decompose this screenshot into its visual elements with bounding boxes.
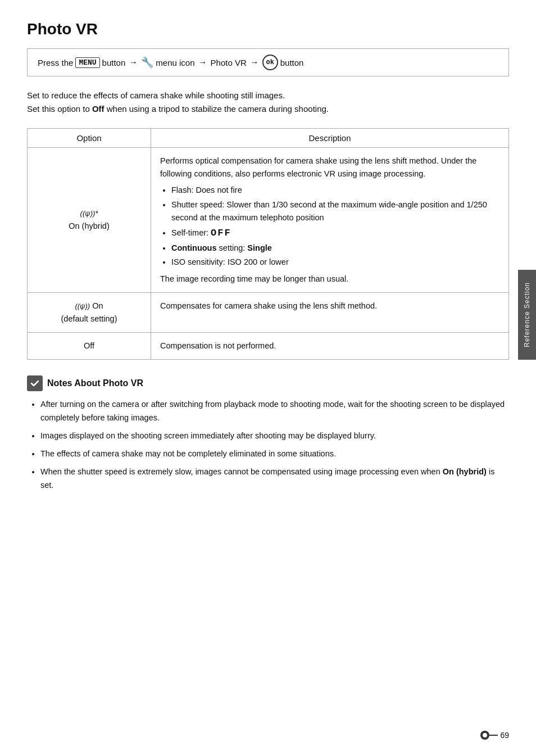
- nav-instruction: Press the MENU button → 🔧 menu icon → Ph…: [27, 48, 509, 76]
- note-item-3: The effects of camera shake may not be c…: [40, 447, 509, 461]
- vr-on-icon: ((ψ)): [75, 302, 90, 310]
- page-number-value: 69: [500, 731, 509, 740]
- description-on-default: Compensates for camera shake using the l…: [151, 292, 509, 332]
- page-number: 69: [480, 730, 509, 740]
- note-item-1: After turning on the camera or after swi…: [40, 398, 509, 425]
- option-on-hybrid: ((ψ))* On (hybrid): [28, 148, 151, 293]
- bullet-flash: Flash: Does not fire: [171, 184, 499, 197]
- notes-list: After turning on the camera or after swi…: [27, 398, 509, 492]
- notes-title: Notes About Photo VR: [47, 378, 143, 388]
- ok-icon: ok: [262, 55, 278, 70]
- options-table: Option Description ((ψ))* On (hybrid) Pe…: [27, 128, 509, 360]
- nav-text4: button: [280, 58, 304, 67]
- nav-text3: Photo VR: [211, 58, 247, 67]
- note-item-4: When the shutter speed is extremely slow…: [40, 465, 509, 492]
- intro-line2-pre: Set this option to: [27, 104, 92, 114]
- nav-arrow3: →: [250, 57, 259, 67]
- description-on-hybrid: Performs optical compensation for camera…: [151, 148, 509, 293]
- table-header-description: Description: [151, 129, 509, 148]
- table-row: ((ψ))* On (hybrid) Performs optical comp…: [28, 148, 509, 293]
- bullet-shutter: Shutter speed: Slower than 1/30 second a…: [171, 198, 499, 224]
- nav-prefix: Press the: [38, 58, 73, 67]
- intro-off-bold: Off: [92, 104, 105, 114]
- hybrid-footer: The image recording time may be longer t…: [160, 274, 348, 283]
- notes-checkmark-icon: [27, 375, 43, 391]
- nav-text2: menu icon: [156, 58, 194, 67]
- table-row: Off Compensation is not performed.: [28, 333, 509, 360]
- intro-line1: Set to reduce the effects of camera shak…: [27, 90, 285, 100]
- nav-arrow1: →: [129, 57, 138, 67]
- option-on-default: ((ψ)) On(default setting): [28, 292, 151, 332]
- notes-header: Notes About Photo VR: [27, 375, 509, 391]
- wrench-icon: 🔧: [141, 56, 153, 69]
- bullet-continuous: Continuous setting: Single: [171, 242, 499, 255]
- option-off: Off: [28, 333, 151, 360]
- menu-label: MENU: [75, 57, 99, 68]
- bullet-iso: ISO sensitivity: ISO 200 or lower: [171, 256, 499, 269]
- table-header-option: Option: [28, 129, 151, 148]
- intro-text: Set to reduce the effects of camera shak…: [27, 89, 509, 116]
- page-number-icon: [480, 730, 498, 740]
- nav-arrow2: →: [198, 57, 207, 67]
- vr-hybrid-icon: ((ψ))*: [80, 209, 98, 218]
- table-row: ((ψ)) On(default setting) Compensates fo…: [28, 292, 509, 332]
- note-item-2: Images displayed on the shooting screen …: [40, 429, 509, 443]
- svg-point-3: [483, 733, 487, 737]
- page-title: Photo VR: [27, 20, 509, 38]
- bullet-self-timer: Self-timer: OFF: [171, 225, 499, 241]
- hybrid-bullet-list: Flash: Does not fire Shutter speed: Slow…: [160, 184, 499, 269]
- nav-text1: button: [102, 58, 126, 67]
- side-tab-label: Reference Section: [523, 282, 531, 347]
- side-tab: Reference Section: [518, 270, 536, 360]
- intro-line2-post: when using a tripod to stabilize the cam…: [105, 104, 329, 114]
- description-off: Compensation is not performed.: [151, 333, 509, 360]
- notes-section: Notes About Photo VR After turning on th…: [27, 375, 509, 492]
